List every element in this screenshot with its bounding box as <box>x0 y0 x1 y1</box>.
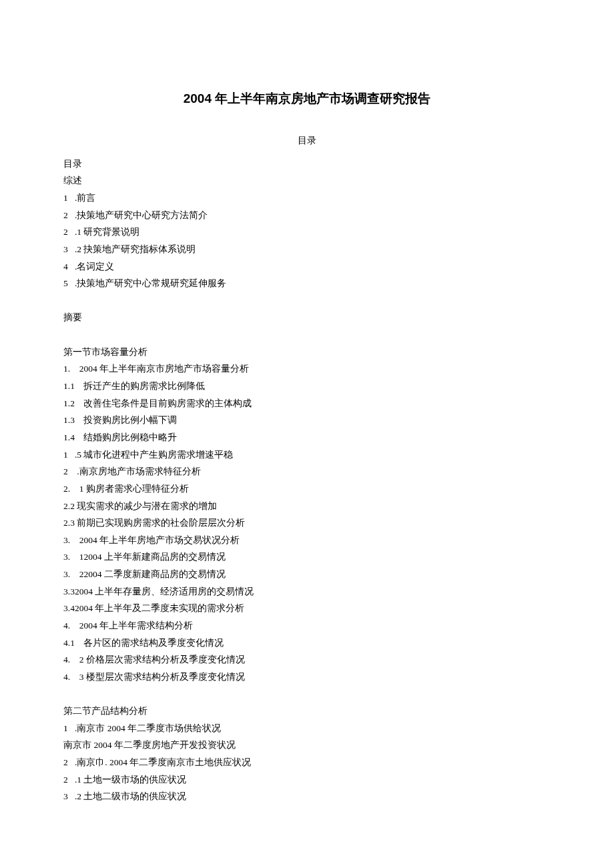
toc-line: 2 .南京巾. 2004 年二季度南京市土地供应状况 <box>63 754 551 771</box>
document-title: 2004 年上半年南京房地产市场调查研究报告 <box>63 87 551 111</box>
toc-line: 1 .南京市 2004 年二季度市场供给状况 <box>63 720 551 737</box>
document-page: 2004 年上半年南京房地产市场调查研究报告 目录 目录综述1 .前言2 .抉策… <box>0 0 614 868</box>
toc-line <box>63 292 551 310</box>
toc-line: 第一节市场容量分析 <box>63 344 551 361</box>
toc-line <box>63 686 551 703</box>
toc-line: 南京市 2004 年二季度房地产开发投资状况 <box>63 737 551 754</box>
toc-line: 2 .抉策地产研究中心研究方法简介 <box>63 207 551 224</box>
toc-line: 2. 1 购房者需求心理特征分析 <box>63 480 551 498</box>
toc-line: 1.3 投资购房比例小幅下调 <box>63 412 551 429</box>
toc-line: 1 .前言 <box>63 189 551 207</box>
toc-line <box>63 326 551 344</box>
toc-line: 目录 <box>63 155 551 173</box>
toc-line: 1. 2004 年上半年南京市房地产市场容量分析 <box>63 360 551 378</box>
toc-line: 3.42004 年上半年及二季度未实现的需求分析 <box>63 600 551 617</box>
toc-line: 4. 3 楼型层次需求结构分析及季度变化情况 <box>63 669 551 686</box>
toc-line: 摘要 <box>63 309 551 326</box>
toc-line: 综述 <box>63 172 551 189</box>
toc-line: 2.2 现实需求的减少与潜在需求的增加 <box>63 498 551 515</box>
toc-line: 4 .名词定义 <box>63 258 551 276</box>
toc-line: 5 .抉策地产研究中心常规研究延伸服务 <box>63 275 551 292</box>
toc-line: 4. 2004 年上半年需求结构分析 <box>63 617 551 634</box>
toc-line: 3 .2 土地二级市场的供应状况 <box>63 788 551 805</box>
toc-line: 2 .1 土地一级市场的供应状况 <box>63 771 551 789</box>
toc-body: 目录综述1 .前言2 .抉策地产研究中心研究方法简介2 .1 研究背景说明3 .… <box>63 155 551 805</box>
toc-line: 3. 22004 二季度新建商品房的交易情况 <box>63 566 551 583</box>
toc-line: 2 .1 研究背景说明 <box>63 224 551 241</box>
toc-line: 3. 2004 年上半年房地产市场交易状况分析 <box>63 532 551 549</box>
toc-line: 第二节产品结构分析 <box>63 703 551 720</box>
toc-line: 3 .2 抉策地产研究指标体系说明 <box>63 241 551 258</box>
toc-line: 2 .南京房地产市场需求特征分析 <box>63 463 551 480</box>
toc-line: 1.1 拆迁产生的购房需求比例降低 <box>63 378 551 395</box>
toc-line: 1 .5 城市化进程中产生购房需求增速平稳 <box>63 446 551 464</box>
toc-line: 3.32004 上半年存量房、经济适用房的交易情况 <box>63 583 551 600</box>
toc-line: 3. 12004 上半年新建商品房的交易情况 <box>63 548 551 566</box>
toc-line: 1.4 结婚购房比例稳中略升 <box>63 429 551 446</box>
document-subtitle: 目录 <box>63 132 551 150</box>
toc-line: 4. 2 价格层次需求结构分析及季度变化情况 <box>63 651 551 669</box>
toc-line: 1.2 改善住宅条件是目前购房需求的主体构成 <box>63 395 551 412</box>
toc-line: 2.3 前期已实现购房需求的社会阶层层次分析 <box>63 514 551 532</box>
toc-line: 4.1 各片区的需求结构及季度变化情况 <box>63 634 551 652</box>
